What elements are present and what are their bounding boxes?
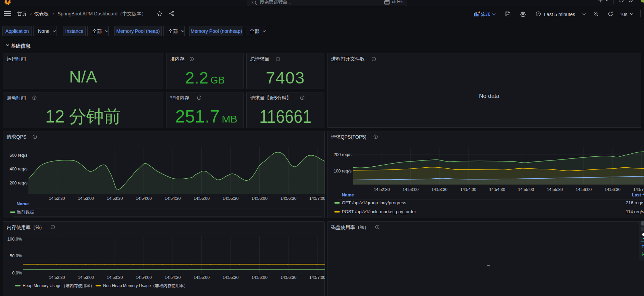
svg-text:50.0%: 50.0% xyxy=(10,253,22,258)
svg-text:14:53:30: 14:53:30 xyxy=(107,275,123,280)
svg-text:14:55:30: 14:55:30 xyxy=(223,275,239,280)
svg-text:14:53:30: 14:53:30 xyxy=(432,187,448,192)
svg-text:14:56:30: 14:56:30 xyxy=(281,196,297,201)
svg-text:200 req/s: 200 req/s xyxy=(10,180,27,185)
svg-text:14:52:30: 14:52:30 xyxy=(374,187,390,192)
svg-text:14:54:00: 14:54:00 xyxy=(460,187,476,192)
svg-text:14:54:00: 14:54:00 xyxy=(136,275,152,280)
svg-text:14:52:30: 14:52:30 xyxy=(49,275,65,280)
svg-text:14:57:00: 14:57:00 xyxy=(309,196,325,201)
svg-text:14:56:00: 14:56:00 xyxy=(576,187,592,192)
svg-text:14:57:00: 14:57:00 xyxy=(633,187,644,192)
svg-text:14:55:00: 14:55:00 xyxy=(194,196,210,201)
svg-text:14:57:00: 14:57:00 xyxy=(309,275,325,280)
svg-text:14:53:00: 14:53:00 xyxy=(78,196,94,201)
svg-text:14:56:00: 14:56:00 xyxy=(251,275,268,280)
svg-text:14:54:30: 14:54:30 xyxy=(165,196,181,201)
svg-text:14:52:30: 14:52:30 xyxy=(49,196,65,201)
svg-text:400 req/s: 400 req/s xyxy=(10,167,27,171)
svg-text:14:55:30: 14:55:30 xyxy=(547,187,563,192)
svg-text:600 req/s: 600 req/s xyxy=(10,153,27,157)
svg-text:14:55:00: 14:55:00 xyxy=(518,187,534,192)
svg-text:100 req/s: 100 req/s xyxy=(334,168,351,173)
svg-text:14:56:00: 14:56:00 xyxy=(251,196,268,201)
svg-text:0.0%: 0.0% xyxy=(12,271,22,275)
svg-text:14:56:30: 14:56:30 xyxy=(281,275,297,280)
svg-text:100.0%: 100.0% xyxy=(8,236,22,241)
svg-text:14:54:00: 14:54:00 xyxy=(136,196,152,201)
svg-text:14:53:00: 14:53:00 xyxy=(402,187,419,192)
svg-text:14:56:30: 14:56:30 xyxy=(605,187,621,192)
svg-text:14:53:00: 14:53:00 xyxy=(78,275,94,280)
svg-text:14:54:30: 14:54:30 xyxy=(165,275,181,280)
svg-text:14:53:30: 14:53:30 xyxy=(107,196,123,201)
svg-text:14:55:30: 14:55:30 xyxy=(223,196,239,201)
svg-text:14:55:00: 14:55:00 xyxy=(194,275,210,280)
svg-text:14:54:30: 14:54:30 xyxy=(489,187,505,192)
svg-text:200 req/s: 200 req/s xyxy=(334,152,351,157)
